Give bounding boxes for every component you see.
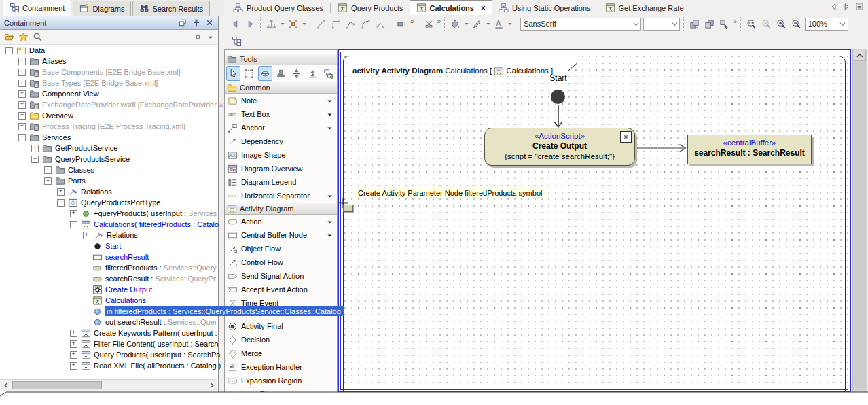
panel-tab-diagrams[interactable]: Diagrams (73, 1, 131, 16)
pin-panel-icon[interactable] (192, 18, 200, 27)
palette-item-expansion-region[interactable]: Expansion Region (225, 374, 337, 387)
tree-row[interactable]: +Filter File Content( userInput : Search (0, 338, 286, 349)
group-remove-button[interactable] (702, 17, 717, 31)
expand-icon[interactable]: + (83, 232, 90, 239)
group-add-button[interactable] (687, 17, 702, 31)
stamp-tool-button[interactable] (274, 66, 288, 81)
line-color-button[interactable] (470, 17, 484, 31)
expand-icon[interactable]: + (57, 188, 65, 196)
tree-row[interactable]: −Ports (0, 175, 260, 186)
tab-list-icon[interactable] (855, 2, 864, 11)
tree-row[interactable]: out searchResult : Services::Quer (0, 317, 299, 328)
chevron-down-icon[interactable] (670, 20, 679, 28)
collapse-icon[interactable]: − (44, 177, 52, 185)
overflow-chevron-icon[interactable]: » (437, 18, 441, 25)
search-icon[interactable] (33, 32, 43, 42)
action-node-create-output[interactable]: «ActionScript» Create Output {script = "… (484, 128, 635, 166)
tree-row[interactable]: −QueryProductsService (0, 154, 247, 164)
path-oblique-button[interactable] (344, 17, 358, 31)
collapse-icon[interactable]: − (5, 47, 13, 54)
expand-icon[interactable]: + (70, 330, 77, 337)
expand-icon[interactable]: + (18, 123, 26, 130)
nav-forward-button[interactable] (243, 17, 257, 31)
initial-node[interactable] (551, 90, 565, 104)
path-rectilinear-button[interactable] (329, 17, 343, 31)
collapse-icon[interactable]: − (70, 221, 77, 228)
expand-icon[interactable]: + (18, 112, 26, 120)
font-family-combo[interactable]: SansSerif (520, 18, 641, 31)
caret-down-icon[interactable] (507, 21, 513, 27)
palette-section-tools[interactable]: Tools (225, 53, 337, 65)
cut-scissors-button[interactable] (422, 17, 436, 31)
diagram-canvas[interactable]: activity Activity Diagram Calculations [… (338, 49, 851, 393)
zoom-out-button[interactable] (789, 17, 803, 31)
tree-row[interactable]: +Base Components [E2E Bridge Base.xml] (0, 67, 234, 77)
scroll-right-button[interactable] (206, 381, 217, 390)
expand-icon[interactable]: + (44, 166, 52, 174)
palette-section-common[interactable]: Common (225, 82, 337, 94)
transfer-tool-button[interactable] (321, 66, 336, 81)
tree-row[interactable]: Create Output (0, 284, 299, 295)
next-tab-icon[interactable] (842, 2, 851, 11)
compress-top-tool-button[interactable] (305, 66, 319, 81)
expand-icon[interactable]: + (18, 69, 26, 76)
open-folder-icon[interactable] (4, 32, 14, 42)
chevron-down-icon[interactable] (631, 20, 640, 28)
expand-icon[interactable]: + (31, 145, 39, 152)
diagram-tab-calculations[interactable]: Calculations× (410, 0, 492, 15)
palette-item-note[interactable]: Note (225, 94, 337, 107)
compress-vertical-tool-button[interactable] (289, 66, 304, 81)
caret-down-icon[interactable] (485, 21, 491, 27)
close-tab-icon[interactable]: × (481, 5, 486, 12)
tree-row[interactable]: +Base Types [E2E Bridge Base.xml] (0, 77, 234, 88)
tree-row[interactable]: searchResult (0, 251, 299, 262)
tree-row[interactable]: +Classes (0, 164, 260, 175)
tree-row[interactable]: ++queryProducts( userInput : Services (0, 208, 286, 219)
prev-tab-icon[interactable] (829, 2, 838, 11)
tree-row[interactable]: filteredProducts : Services::Query (0, 262, 299, 273)
settings-gear-icon[interactable] (193, 32, 203, 42)
tree-row[interactable]: −Services (0, 132, 234, 143)
tree-row[interactable]: +Component View (0, 88, 234, 99)
activity-frame[interactable] (343, 56, 846, 393)
tree-row[interactable]: in filteredProducts : Services::QueryPro… (0, 306, 299, 317)
scrollbar-thumb[interactable] (12, 381, 102, 389)
path-custom-button[interactable] (374, 17, 388, 31)
tree-row[interactable]: +Relations (0, 186, 273, 197)
caret-down-icon[interactable] (279, 21, 285, 27)
tree-row[interactable]: +Create Keywords Pattern( userInput : (0, 328, 286, 338)
collapse-icon[interactable]: − (18, 134, 26, 141)
palette-item-anchor[interactable]: Anchor (225, 121, 337, 135)
panel-tab-containment[interactable]: Containment (3, 0, 71, 16)
vertical-scrollbar[interactable] (852, 49, 867, 393)
caret-down-icon[interactable] (301, 21, 307, 27)
display-mode-button[interactable] (395, 17, 409, 31)
expand-icon[interactable]: + (70, 351, 77, 359)
tree-row[interactable]: +ExchangeRateProvider.wsdl [ExchangeRate… (0, 99, 234, 110)
tree-row[interactable]: Start (0, 241, 299, 251)
tree-row[interactable]: +Read XML File( allProducts : Catalog ) (0, 360, 286, 371)
palette-item-text-box[interactable]: abcText Box (225, 107, 337, 121)
caret-down-icon[interactable] (327, 111, 333, 118)
horizontal-scrollbar[interactable] (0, 379, 217, 391)
fill-color-button[interactable] (448, 17, 463, 31)
float-panel-icon[interactable] (178, 18, 187, 27)
scroll-left-button[interactable] (1, 381, 11, 390)
font-size-combo[interactable] (643, 18, 680, 31)
zoom-region-button[interactable] (744, 17, 759, 31)
caret-down-icon[interactable] (327, 232, 333, 239)
zoom-fit-button[interactable] (759, 17, 774, 31)
rect-select-tool-button[interactable] (242, 66, 256, 81)
expand-icon[interactable]: + (18, 101, 26, 109)
overflow-chevron-icon[interactable]: » (410, 18, 414, 25)
scroll-up-button[interactable] (854, 50, 866, 61)
diagram-tab-get-exchange-rate[interactable]: Get Exchange Rate (599, 1, 690, 15)
tree-row[interactable]: +Aliases (0, 56, 234, 67)
expand-icon[interactable]: + (18, 90, 26, 98)
nav-back-button[interactable] (228, 17, 242, 31)
zoom-in-button[interactable] (774, 17, 789, 31)
central-buffer-node[interactable]: «centralBuffer» searchResult : SearchRes… (687, 135, 812, 164)
caret-down-icon[interactable] (327, 98, 333, 104)
expand-icon[interactable]: + (18, 58, 26, 65)
expand-icon[interactable]: + (70, 362, 77, 370)
